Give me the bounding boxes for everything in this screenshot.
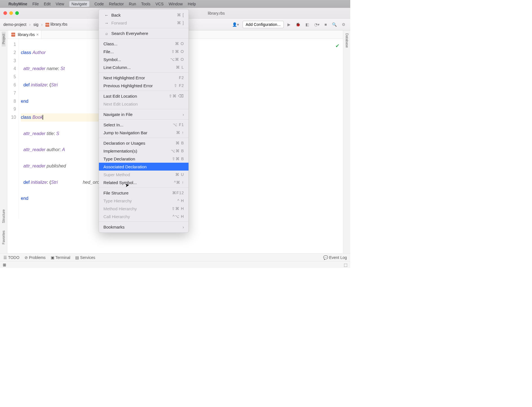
menu-item-jump-to-navigation-bar[interactable]: Jump to Navigation Bar⌘ ↑ bbox=[99, 129, 189, 137]
menu-item-label: Related Symbol... bbox=[103, 180, 137, 185]
menu-item-last-edit-location[interactable]: Last Edit Location⇧⌘ ⌫ bbox=[99, 92, 189, 100]
shortcut-label: ⌘ B bbox=[176, 141, 184, 145]
navigate-menu: ←Back⌘ [→Forward⌘ ]⌕Search EverywhereCla… bbox=[99, 9, 189, 233]
breadcrumb-folder[interactable]: sig bbox=[33, 22, 38, 27]
shortcut-label: ⌘F12 bbox=[172, 191, 184, 195]
menu-item-label: Previous Highlighted Error bbox=[103, 83, 153, 88]
chevron-right-icon: › bbox=[29, 22, 31, 27]
event-log-button[interactable]: 💬 Event Log bbox=[323, 255, 347, 260]
inspection-ok-icon[interactable]: ✔ bbox=[335, 43, 340, 49]
menu-item-bookmarks[interactable]: Bookmarks› bbox=[99, 223, 189, 231]
shortcut-label: ⇧⌘ B bbox=[172, 156, 184, 161]
rbs-file-icon: RBS bbox=[11, 33, 15, 37]
menu-item-implementation-s[interactable]: Implementation(s)⌥⌘ B bbox=[99, 147, 189, 155]
menu-item-super-method: Super Method⌘ U bbox=[99, 171, 189, 178]
chevron-right-icon: › bbox=[41, 22, 43, 27]
close-tab-icon[interactable]: ✕ bbox=[36, 33, 39, 37]
bottom-tool-stripe: ☰ TODO ⊘ Problems ▣ Terminal ▤ Services … bbox=[0, 253, 350, 261]
menu-item-related-symbol[interactable]: Related Symbol...^⌘ ↑ bbox=[99, 178, 189, 186]
menu-refactor[interactable]: Refactor bbox=[109, 2, 124, 6]
close-window-button[interactable] bbox=[3, 11, 7, 15]
shortcut-label: ⌘ ↑ bbox=[176, 130, 184, 135]
menu-item-label: Jump to Navigation Bar bbox=[103, 130, 147, 135]
back-arrow-icon: ← bbox=[103, 13, 110, 17]
menu-edit[interactable]: Edit bbox=[44, 2, 50, 6]
stop-icon[interactable]: ■ bbox=[323, 22, 328, 27]
menu-item-label: Symbol... bbox=[103, 57, 121, 62]
menu-code[interactable]: Code bbox=[94, 2, 104, 6]
debug-icon[interactable]: 🐞 bbox=[294, 22, 302, 27]
tool-windows-icon[interactable]: ⊞ bbox=[3, 263, 6, 267]
shortcut-label: F2 bbox=[179, 75, 184, 80]
shortcut-label: ⇧⌘ ⌫ bbox=[169, 94, 184, 98]
menu-item-label: Line:Column... bbox=[103, 65, 131, 70]
structure-tool-button[interactable]: Structure bbox=[2, 207, 6, 225]
todo-tool-button[interactable]: ☰ TODO bbox=[3, 255, 19, 260]
menu-item-label: Implementation(s) bbox=[103, 149, 137, 153]
menu-item-forward: →Forward⌘ ] bbox=[99, 19, 189, 27]
menu-run[interactable]: Run bbox=[129, 2, 136, 6]
breadcrumb-file[interactable]: RBSlibrary.rbs bbox=[45, 22, 67, 26]
shortcut-label: ^⌘ ↑ bbox=[174, 180, 184, 185]
menu-file[interactable]: File bbox=[32, 2, 39, 6]
favorites-tool-button[interactable]: Favorites bbox=[2, 228, 6, 247]
zoom-window-button[interactable] bbox=[15, 11, 19, 15]
menu-item-select-in[interactable]: Select In...⌥ F1 bbox=[99, 121, 189, 129]
menu-item-symbol[interactable]: Symbol...⌥⌘ O bbox=[99, 55, 189, 63]
services-tool-button[interactable]: ▤ Services bbox=[75, 255, 95, 260]
menu-vcs[interactable]: VCS bbox=[156, 2, 164, 6]
menu-item-label: Call Hierarchy bbox=[103, 214, 130, 219]
shortcut-label: ⌘ U bbox=[175, 172, 184, 177]
menu-item-label: Back bbox=[111, 13, 121, 17]
menu-item-type-declaration[interactable]: Type Declaration⇧⌘ B bbox=[99, 155, 189, 163]
problems-tool-button[interactable]: ⊘ Problems bbox=[25, 255, 46, 260]
settings-icon[interactable]: ⚙ bbox=[340, 22, 347, 27]
ide-status-icon[interactable]: ⬚ bbox=[344, 263, 347, 267]
menu-item-label: Type Hierarchy bbox=[103, 198, 132, 203]
shortcut-label: ^ H bbox=[177, 198, 184, 203]
menu-item-previous-highlighted-error[interactable]: Previous Highlighted Error⇧ F2 bbox=[99, 82, 189, 90]
add-configuration-button[interactable]: Add Configuration... bbox=[243, 21, 284, 28]
run-icon[interactable]: ▶ bbox=[286, 22, 292, 27]
menu-item-back[interactable]: ←Back⌘ [ bbox=[99, 11, 189, 19]
run-profile-icon[interactable]: 👤▾ bbox=[231, 22, 240, 27]
menu-item-line-column[interactable]: Line:Column...⌘ L bbox=[99, 63, 189, 71]
database-tool-button[interactable]: Database bbox=[345, 32, 349, 49]
menu-item-class[interactable]: Class...⌘ O bbox=[99, 40, 189, 48]
menu-item-label: Associated Declaration bbox=[103, 164, 147, 169]
menu-navigate[interactable]: Navigate bbox=[69, 1, 89, 7]
shortcut-label: ⌥⌘ O bbox=[170, 57, 184, 62]
line-gutter: 12345678910 bbox=[7, 39, 19, 219]
menu-item-file[interactable]: File...⇧⌘ O bbox=[99, 48, 189, 55]
menu-item-search-everywhere[interactable]: ⌕Search Everywhere bbox=[99, 29, 189, 37]
menu-help[interactable]: Help bbox=[188, 2, 196, 6]
coverage-icon[interactable]: ◧ bbox=[304, 22, 311, 27]
shortcut-label: ⌥⌘ B bbox=[171, 149, 184, 153]
left-tool-stripe: Project Structure Favorites bbox=[0, 30, 7, 261]
menu-item-associated-declaration[interactable]: Associated Declaration bbox=[99, 163, 189, 171]
right-tool-stripe: Database bbox=[343, 30, 350, 261]
project-tool-button[interactable]: Project bbox=[2, 32, 6, 46]
search-icon[interactable]: 🔍 bbox=[331, 22, 338, 27]
breadcrumb-project[interactable]: demo-project bbox=[3, 22, 26, 27]
shortcut-label: ^⌥ H bbox=[172, 214, 184, 219]
menu-item-label: Super Method bbox=[103, 172, 130, 177]
ide-name[interactable]: RubyMine bbox=[8, 2, 27, 6]
menu-item-label: Method Hierarchy bbox=[103, 206, 137, 211]
search-icon: ⌕ bbox=[103, 31, 110, 36]
menu-view[interactable]: View bbox=[56, 2, 64, 6]
menu-item-label: Next Edit Location bbox=[103, 102, 138, 106]
shortcut-label: ⌘ L bbox=[176, 65, 184, 70]
terminal-tool-button[interactable]: ▣ Terminal bbox=[51, 255, 70, 260]
profile-icon[interactable]: ◔▾ bbox=[313, 22, 321, 27]
editor-tab[interactable]: RBS library.rbs ✕ bbox=[9, 30, 41, 39]
menu-item-label: File... bbox=[103, 49, 114, 54]
menu-item-file-structure[interactable]: File Structure⌘F12 bbox=[99, 189, 189, 197]
menu-tools[interactable]: Tools bbox=[141, 2, 150, 6]
shortcut-label: ⇧ F2 bbox=[174, 83, 184, 88]
menu-window[interactable]: Window bbox=[169, 2, 183, 6]
menu-item-declaration-or-usages[interactable]: Declaration or Usages⌘ B bbox=[99, 139, 189, 147]
menu-item-next-highlighted-error[interactable]: Next Highlighted ErrorF2 bbox=[99, 74, 189, 82]
menu-item-navigate-in-file[interactable]: Navigate in File› bbox=[99, 110, 189, 118]
minimize-window-button[interactable] bbox=[9, 11, 13, 15]
